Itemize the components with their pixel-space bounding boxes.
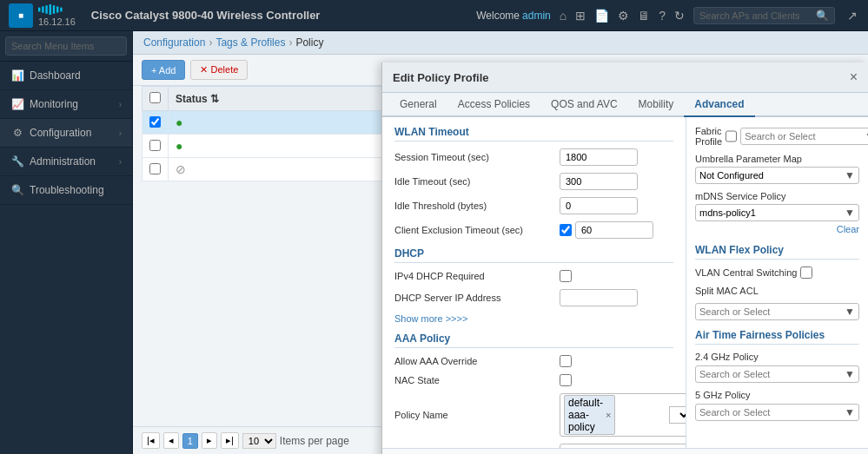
nac-state-checkbox[interactable]	[560, 374, 572, 386]
show-more-link[interactable]: Show more >>>>	[394, 313, 673, 324]
cisco-logo-icon: ■	[18, 10, 23, 20]
modal-overlay: Edit Policy Profile × General Access Pol…	[133, 63, 868, 454]
policy-name-label: Policy Name	[394, 410, 560, 420]
tab-access-policies[interactable]: Access Policies	[447, 93, 540, 117]
idle-threshold-label: Idle Threshold (bytes)	[394, 201, 560, 211]
sidebar-search-input[interactable]	[5, 36, 127, 56]
username-link[interactable]: admin	[522, 10, 551, 22]
policy-name-inner-input[interactable]	[615, 410, 667, 420]
vlan-central-row: VLAN Central Switching	[695, 266, 859, 279]
idle-timeout-input[interactable]	[560, 173, 638, 190]
session-timeout-row: Session Timeout (sec)	[394, 148, 673, 166]
sidebar-item-troubleshooting[interactable]: 🔍 Troubleshooting	[0, 176, 132, 205]
umbrella-input[interactable]	[699, 170, 845, 181]
policy-name-row: Policy Name default-aaa-policy ×	[394, 393, 673, 437]
split-mac-row: Split MAC ACL	[695, 286, 859, 296]
home-icon[interactable]: ⌂	[558, 7, 568, 24]
global-search-box[interactable]: 🔍	[693, 7, 835, 24]
sidebar-item-label-troubleshooting: Troubleshooting	[30, 184, 104, 196]
fabric-profile-dropdown-btn[interactable]: ▼	[865, 130, 868, 142]
sidebar-item-label-administration: Administration	[30, 155, 96, 168]
sidebar-item-administration[interactable]: 🔧 Administration ›	[0, 148, 132, 176]
24ghz-dropdown-btn[interactable]: ▼	[845, 368, 855, 380]
fabric-profile-checkbox[interactable]	[726, 130, 737, 142]
idle-timeout-label: Idle Timeout (sec)	[394, 176, 560, 187]
cisco-logo-box: ■	[9, 3, 33, 28]
5ghz-dropdown-btn[interactable]: ▼	[845, 406, 855, 418]
umbrella-row: Umbrella Parameter Map ▼	[695, 154, 859, 184]
split-mac-dropdown-btn[interactable]: ▼	[845, 306, 855, 318]
split-mac-input[interactable]	[699, 306, 845, 317]
split-mac-label: Split MAC ACL	[695, 286, 759, 296]
tab-mobility[interactable]: Mobility	[628, 93, 685, 117]
client-exclusion-input[interactable]	[575, 221, 653, 239]
24ghz-policy-input[interactable]	[699, 369, 845, 379]
help-icon[interactable]: ?	[657, 7, 667, 24]
modal-tabs: General Access Policies QOS and AVC Mobi…	[382, 93, 868, 117]
tag-remove-button[interactable]: ×	[606, 410, 611, 420]
svg-rect-0	[38, 8, 40, 12]
refresh-icon[interactable]: ↻	[673, 7, 686, 24]
modal-title: Edit Policy Profile	[393, 71, 489, 84]
dhcp-server-input[interactable]	[560, 289, 638, 306]
allow-aaa-checkbox[interactable]	[560, 355, 572, 367]
policy-name-tag-input[interactable]: default-aaa-policy ×	[560, 393, 686, 437]
svg-rect-3	[50, 4, 51, 15]
idle-threshold-input[interactable]	[560, 197, 638, 214]
tab-advanced[interactable]: Advanced	[684, 93, 754, 117]
5ghz-policy-input[interactable]	[699, 407, 845, 418]
fabric-profile-label: Fabric Profile	[695, 126, 722, 147]
mdns-label: mDNS Service Policy	[695, 191, 786, 201]
umbrella-dropdown-btn[interactable]: ▼	[845, 169, 855, 181]
session-timeout-input[interactable]	[560, 148, 638, 166]
allow-aaa-row: Allow AAA Override	[394, 355, 673, 367]
mdns-input[interactable]	[699, 207, 845, 218]
policy-name-dropdown[interactable]	[669, 406, 686, 424]
client-exclusion-label: Client Exclusion Timeout (sec)	[394, 225, 560, 235]
screen-icon[interactable]: 🖥	[636, 7, 652, 24]
idle-timeout-row: Idle Timeout (sec)	[394, 173, 673, 190]
breadcrumb-tags[interactable]: Tags & Profiles	[215, 36, 285, 49]
dhcp-server-row: DHCP Server IP Address	[394, 289, 673, 306]
svg-rect-6	[60, 8, 62, 12]
troubleshooting-icon: 🔍	[10, 183, 24, 197]
modal-left-panel: WLAN Timeout Session Timeout (sec) Idle …	[382, 117, 686, 448]
chevron-right-icon-2: ›	[119, 128, 122, 138]
client-exclusion-checkbox[interactable]	[560, 224, 572, 236]
gear-icon[interactable]: ⚙	[616, 7, 631, 24]
svg-rect-2	[45, 5, 47, 14]
sidebar-item-monitoring[interactable]: 📈 Monitoring ›	[0, 90, 132, 119]
chevron-right-icon-3: ›	[119, 157, 122, 167]
expand-icon[interactable]: ↗	[845, 7, 859, 24]
sidebar-item-label-dashboard: Dashboard	[30, 69, 81, 82]
mdns-row: mDNS Service Policy ▼	[695, 191, 859, 221]
mdns-dropdown-btn[interactable]: ▼	[845, 207, 855, 219]
sidebar-item-dashboard[interactable]: 📊 Dashboard	[0, 62, 132, 90]
header-icons: ⌂ ⊞ 📄 ⚙ 🖥 ? ↻	[558, 7, 686, 24]
grid-icon[interactable]: ⊞	[573, 7, 587, 24]
search-icon: 🔍	[816, 10, 829, 22]
nac-state-label: NAC State	[394, 375, 560, 385]
fabric-profile-input[interactable]	[745, 131, 865, 141]
mdns-clear-link[interactable]: Clear	[837, 224, 859, 234]
file-icon[interactable]: 📄	[593, 7, 611, 24]
modal-footer: ↩ Cancel Activate Windows Go to Settings…	[382, 448, 868, 454]
air-time-section-title: Air Time Fairness Policies	[695, 329, 859, 345]
ipv4-dhcp-checkbox[interactable]	[560, 270, 572, 282]
edit-policy-modal: Edit Policy Profile × General Access Pol…	[381, 63, 868, 454]
global-search-input[interactable]	[699, 10, 812, 21]
tab-general[interactable]: General	[389, 93, 447, 117]
modal-body: WLAN Timeout Session Timeout (sec) Idle …	[382, 117, 868, 448]
sidebar-item-configuration[interactable]: ⚙ Configuration ›	[0, 119, 132, 148]
vlan-central-checkbox[interactable]	[800, 266, 812, 279]
tab-qos-avc[interactable]: QOS and AVC	[540, 93, 627, 117]
breadcrumb-configuration[interactable]: Configuration	[143, 36, 205, 49]
breadcrumb-sep-2: ›	[288, 36, 292, 49]
dhcp-section-title: DHCP	[394, 247, 673, 263]
nac-state-row: NAC State	[394, 374, 673, 386]
tag-value: default-aaa-policy	[568, 397, 603, 433]
5ghz-policy-label: 5 GHz Policy	[695, 390, 751, 400]
client-exclusion-row: Client Exclusion Timeout (sec)	[394, 221, 673, 239]
version-text: 16.12.16	[38, 16, 76, 28]
modal-close-button[interactable]: ×	[850, 69, 858, 85]
